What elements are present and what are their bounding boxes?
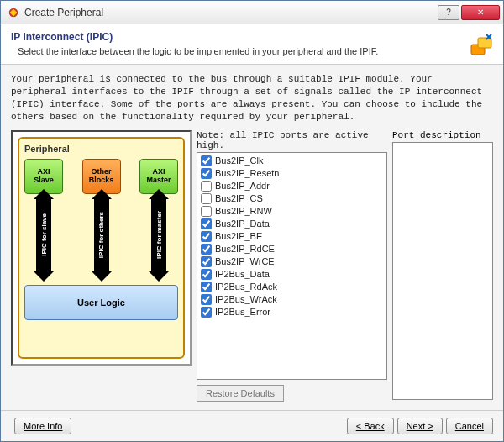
next-button[interactable]: Next > (397, 418, 443, 434)
page-title: IP Interconnect (IPIC) (11, 31, 493, 43)
ports-listbox[interactable]: Bus2IP_ClkBus2IP_ResetnBus2IP_AddrBus2IP… (197, 152, 387, 380)
wizard-body: Your peripheral is connected to the bus … (1, 65, 503, 410)
wizard-header: IP Interconnect (IPIC) Select the interf… (1, 24, 503, 65)
user-logic-block: User Logic (24, 285, 178, 320)
back-button[interactable]: < Back (347, 418, 394, 434)
port-checkbox[interactable] (201, 155, 212, 166)
arrow-master-label: IPIC for master (155, 211, 163, 259)
port-label: Bus2IP_CS (215, 193, 263, 203)
port-item-ip2bus_rdack[interactable]: IP2Bus_RdAck (201, 281, 383, 293)
port-item-bus2ip_wrce[interactable]: Bus2IP_WrCE (201, 255, 383, 268)
port-description-label: Port description (392, 130, 493, 140)
port-checkbox[interactable] (201, 181, 212, 192)
port-label: Bus2IP_Clk (215, 155, 263, 166)
restore-defaults-button[interactable]: Restore Defaults (197, 385, 284, 402)
port-checkbox[interactable] (201, 218, 212, 229)
close-button[interactable]: ✕ (461, 5, 500, 20)
port-checkbox[interactable] (201, 206, 212, 217)
port-item-bus2ip_rnw[interactable]: Bus2IP_RNW (201, 205, 383, 218)
arrow-slave-label: IPIC for slave (40, 213, 48, 256)
more-info-button[interactable]: More Info (14, 418, 71, 434)
port-label: Bus2IP_Resetn (215, 168, 279, 178)
wizard-icon (468, 33, 495, 60)
wizard-footer: More Info < Back Next > Cancel (1, 410, 503, 441)
port-label: Bus2IP_BE (215, 231, 262, 241)
port-description-box (392, 142, 493, 400)
port-checkbox[interactable] (201, 244, 212, 255)
port-checkbox[interactable] (201, 256, 212, 267)
diagram-title: Peripheral (24, 144, 178, 154)
intro-text: Your peripheral is connected to the bus … (11, 73, 493, 123)
port-label: Bus2IP_RdCE (215, 244, 275, 254)
port-item-ip2bus_wrack[interactable]: IP2Bus_WrAck (201, 293, 383, 306)
ports-note: Note: all IPIC ports are active high. (197, 130, 387, 150)
help-button[interactable]: ? (438, 5, 459, 20)
arrow-others-label: IPIC for others (97, 212, 105, 258)
app-icon (8, 7, 19, 18)
port-checkbox[interactable] (201, 168, 212, 179)
diagram-panel: Peripheral AXI Slave Other Blocks AXI Ma… (11, 130, 192, 366)
svg-rect-2 (478, 38, 491, 48)
port-label: IP2Bus_WrAck (215, 294, 277, 304)
port-item-bus2ip_data[interactable]: Bus2IP_Data (201, 218, 383, 230)
port-label: IP2Bus_Data (215, 269, 270, 279)
port-item-bus2ip_be[interactable]: Bus2IP_BE (201, 230, 383, 243)
port-item-ip2bus_error[interactable]: IP2Bus_Error (201, 306, 383, 318)
port-label: Bus2IP_Addr (215, 181, 270, 191)
port-label: Bus2IP_WrCE (215, 256, 275, 266)
port-checkbox[interactable] (201, 282, 212, 292)
cancel-button[interactable]: Cancel (446, 418, 493, 434)
port-label: IP2Bus_RdAck (215, 282, 277, 292)
port-label: IP2Bus_Error (215, 307, 270, 317)
port-checkbox[interactable] (201, 193, 212, 204)
port-checkbox[interactable] (201, 231, 212, 242)
window-title: Create Peripheral (24, 7, 436, 18)
port-item-bus2ip_clk[interactable]: Bus2IP_Clk (201, 155, 383, 167)
dialog-window: Create Peripheral ? ✕ IP Interconnect (I… (0, 0, 504, 442)
port-item-bus2ip_rdce[interactable]: Bus2IP_RdCE (201, 243, 383, 255)
port-checkbox[interactable] (201, 307, 212, 318)
port-label: Bus2IP_RNW (215, 206, 272, 216)
port-item-bus2ip_cs[interactable]: Bus2IP_CS (201, 192, 383, 205)
port-item-bus2ip_resetn[interactable]: Bus2IP_Resetn (201, 167, 383, 180)
port-item-ip2bus_data[interactable]: IP2Bus_Data (201, 268, 383, 281)
port-checkbox[interactable] (201, 294, 212, 305)
port-checkbox[interactable] (201, 269, 212, 280)
titlebar[interactable]: Create Peripheral ? ✕ (1, 1, 503, 24)
page-description: Select the interface between the logic t… (11, 45, 493, 57)
port-label: Bus2IP_Data (215, 218, 270, 229)
port-item-bus2ip_addr[interactable]: Bus2IP_Addr (201, 180, 383, 192)
